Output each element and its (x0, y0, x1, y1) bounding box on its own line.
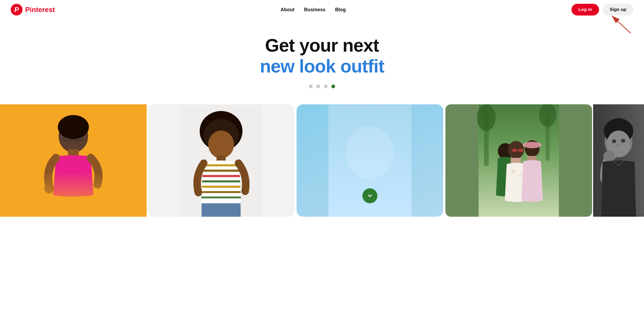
pinterest-logo-text: Pinterest (25, 6, 55, 14)
image-card-blue (297, 104, 443, 217)
svg-point-36 (523, 142, 541, 148)
image-card-yellow (0, 104, 147, 217)
svg-point-32 (511, 169, 516, 173)
image-strip (0, 104, 644, 217)
svg-rect-10 (35, 104, 112, 217)
nav-link-business[interactable]: Business (304, 7, 325, 13)
svg-point-33 (518, 174, 522, 177)
navbar: P Pinterest About Business Blog Log in S… (0, 0, 644, 19)
login-button[interactable]: Log in (571, 4, 599, 16)
person-yellow-svg (0, 104, 147, 217)
svg-rect-37 (512, 149, 517, 152)
nav-link-blog[interactable]: Blog (335, 7, 346, 13)
signup-button[interactable]: Sign up (603, 4, 633, 16)
nav-actions: Log in Sign up (571, 4, 633, 16)
svg-point-19 (208, 131, 234, 158)
svg-point-23 (346, 126, 394, 179)
hero-dots (5, 85, 639, 88)
chevron-down-icon (367, 193, 373, 199)
svg-point-27 (477, 104, 496, 131)
hero-title: Get your next new look outfit (5, 35, 639, 77)
chevron-down-button[interactable] (362, 188, 377, 203)
logo-area[interactable]: P Pinterest (11, 4, 55, 16)
image-card-striped (148, 104, 294, 217)
hero-title-line1: Get your next (265, 35, 379, 55)
nav-links: About Business Blog (281, 7, 346, 13)
image-card-bw (593, 104, 644, 217)
image-card-outdoor (445, 104, 592, 217)
hero-section: Get your next new look outfit (0, 19, 644, 96)
svg-point-45 (612, 139, 616, 143)
dot-3[interactable] (324, 85, 328, 88)
hero-title-line2: new look outfit (260, 56, 384, 76)
pinterest-logo-icon: P (11, 4, 22, 16)
dot-4-active[interactable] (331, 85, 335, 88)
svg-rect-38 (518, 149, 524, 152)
nav-link-about[interactable]: About (281, 7, 294, 13)
dot-1[interactable] (309, 85, 313, 88)
dot-2[interactable] (316, 85, 320, 88)
svg-rect-21 (202, 203, 241, 217)
bw-portrait-svg (593, 104, 644, 217)
svg-point-46 (621, 139, 625, 143)
outdoor-svg (445, 104, 592, 217)
person-striped-svg (148, 104, 294, 217)
